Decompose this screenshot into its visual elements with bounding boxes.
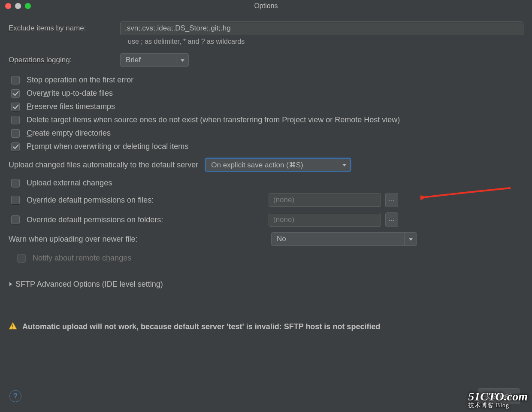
overwrite-uptodate-option[interactable]: Overwrite up-to-date files [11,89,523,98]
override-folders-option[interactable]: Override default permissions on folders: [11,215,269,224]
auto-upload-label: Upload changed files automatically to th… [9,161,198,170]
exclude-items-input[interactable] [120,21,523,35]
warning-icon [9,321,17,332]
options-panel: Exclude items by name: use ; as delimite… [0,12,532,332]
warn-newer-select[interactable]: No [271,232,417,246]
exclude-hint: use ; as delimiter, * and ? as wildcards [128,38,523,45]
override-files-option[interactable]: Override default permissions on files: [11,196,269,205]
minimize-window-button[interactable] [15,3,21,9]
create-empty-option[interactable]: Create empty directories [11,129,523,138]
override-files-browse-button[interactable]: ... [385,193,398,207]
title-bar: Options [0,0,532,12]
preserve-ts-option[interactable]: Preserve files timestamps [11,102,523,111]
svg-rect-0 [12,324,13,327]
window-title: Options [254,2,278,9]
delete-target-checkbox[interactable] [11,116,20,124]
exclude-label: Exclude items by name: [9,24,120,33]
chevron-down-icon [176,54,188,67]
override-folders-browse-button[interactable]: ... [385,212,398,227]
triangle-right-icon [9,280,13,289]
auto-upload-select[interactable]: On explicit save action (⌘S) [205,158,351,172]
upload-external-option[interactable]: Upload external changes [11,179,523,188]
override-folders-value[interactable] [269,213,381,227]
override-files-checkbox[interactable] [11,196,20,204]
upload-external-checkbox[interactable] [11,179,20,188]
notify-remote-option: Notify about remote changes [17,254,523,263]
ops-logging-select[interactable]: Brief [120,53,189,67]
warning-banner: Automatic upload will not work, because … [9,321,523,332]
window-controls [5,3,31,9]
notify-remote-checkbox [17,254,26,263]
ops-logging-label: Operations logging: [9,56,120,64]
maximize-window-button[interactable] [25,3,31,9]
svg-rect-1 [12,328,13,329]
stop-first-error-checkbox[interactable] [11,76,20,85]
warn-newer-label: Warn when uploading over newer file: [9,235,271,244]
preserve-ts-checkbox[interactable] [11,103,20,111]
close-window-button[interactable] [5,3,11,9]
prompt-overwrite-option[interactable]: Prompt when overwriting or deleting loca… [11,142,523,151]
prompt-overwrite-checkbox[interactable] [11,142,20,151]
override-folders-checkbox[interactable] [11,215,20,224]
overwrite-uptodate-checkbox[interactable] [11,89,20,98]
delete-target-option[interactable]: Delete target items when source ones do … [11,115,523,124]
help-button[interactable]: ? [9,390,21,402]
chevron-down-icon [404,233,417,245]
chevron-down-icon [338,159,350,171]
cancel-button[interactable]: Cancel [478,388,520,404]
override-files-value[interactable] [269,193,381,207]
stop-first-error-option[interactable]: Stop operation on the first error [11,76,523,85]
dialog-button-bar: ? Cancel [0,385,532,408]
create-empty-checkbox[interactable] [11,129,20,138]
sftp-advanced-expander[interactable]: SFTP Advanced Options (IDE level setting… [9,280,523,289]
